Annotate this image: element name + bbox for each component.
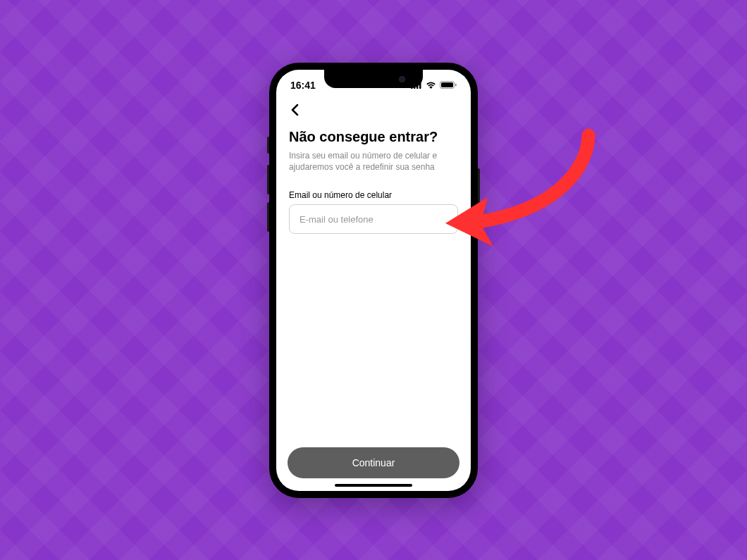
device-notch — [324, 70, 423, 88]
phone-device-frame: 16:41 — [269, 63, 478, 498]
battery-icon — [440, 81, 457, 89]
main-content: Não consegue entrar? Insira seu email ou… — [276, 122, 471, 235]
navigation-bar — [276, 98, 471, 122]
back-button[interactable] — [286, 101, 303, 118]
svg-rect-5 — [441, 82, 453, 87]
page-title: Não consegue entrar? — [289, 129, 458, 145]
status-time: 16:41 — [290, 80, 326, 91]
svg-rect-6 — [455, 84, 457, 87]
volume-down-button — [267, 202, 269, 232]
page-subtitle: Insira seu email ou número de celular e … — [289, 150, 458, 174]
volume-up-button — [267, 165, 269, 194]
wifi-icon — [426, 81, 436, 89]
continue-button[interactable]: Continuar — [288, 447, 459, 478]
power-button — [478, 168, 480, 218]
email-phone-input[interactable] — [289, 204, 458, 234]
mute-switch — [267, 137, 269, 154]
email-phone-label: Email ou número de celular — [289, 190, 458, 200]
home-indicator[interactable] — [335, 484, 412, 487]
chevron-left-icon — [290, 104, 299, 116]
